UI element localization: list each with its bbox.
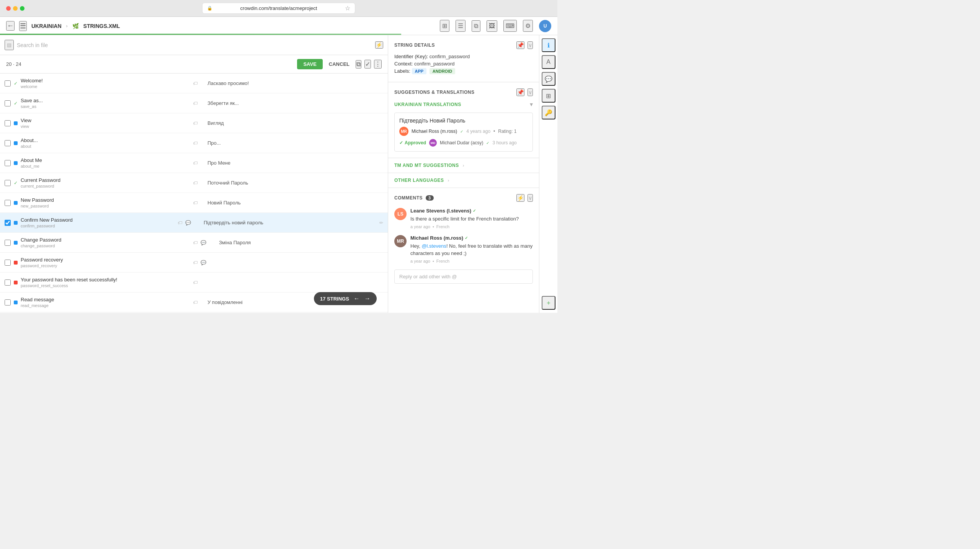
string-key: read_message xyxy=(21,303,54,308)
string-source: Read message read_message xyxy=(21,297,54,308)
lock-icon: 🔒 xyxy=(207,6,212,11)
string-source: View view xyxy=(21,118,31,129)
string-row[interactable]: Change Password change_password 🏷 💬 Змін… xyxy=(0,233,388,253)
sidebar-info-button[interactable]: ℹ xyxy=(542,38,555,52)
badge-prev-button[interactable]: ← xyxy=(354,295,360,302)
badge-next-button[interactable]: → xyxy=(364,295,371,302)
row-checkbox[interactable] xyxy=(5,220,11,226)
string-row-selected[interactable]: Confirm New Password confirm_password 🏷 … xyxy=(0,213,388,233)
string-source: New Password new_password xyxy=(21,197,54,208)
tag-icon[interactable]: 🏷 xyxy=(193,260,198,265)
row-checkbox[interactable] xyxy=(5,279,11,286)
expand-button[interactable]: ∨ xyxy=(528,41,533,49)
status-translated-badge xyxy=(14,221,18,225)
dot-yellow xyxy=(13,6,18,11)
sidebar-add-button[interactable]: ＋ xyxy=(542,296,555,310)
pin-button[interactable]: 📌 xyxy=(516,41,524,49)
string-row-right xyxy=(203,273,388,292)
collapse-button[interactable]: ▤ xyxy=(5,40,14,50)
string-row[interactable]: About... about 🏷 Про... xyxy=(0,133,388,153)
other-lang-header: OTHER LANGUAGES › xyxy=(394,178,533,183)
row-checkbox[interactable] xyxy=(5,200,11,206)
sidebar-translate-button[interactable]: A xyxy=(542,55,555,69)
string-row[interactable]: Your password has been reset successfull… xyxy=(0,273,388,292)
menu-button[interactable]: ☰ xyxy=(19,21,27,31)
bookmark-icon[interactable]: ☆ xyxy=(345,5,350,12)
string-row[interactable]: View view 🏷 Вигляд xyxy=(0,113,388,133)
back-button[interactable]: ← xyxy=(6,21,15,31)
search-input[interactable] xyxy=(17,42,372,48)
row-edit-actions: ✏ xyxy=(379,220,383,225)
tag-icon[interactable]: 🏷 xyxy=(178,220,182,225)
user-avatar[interactable]: U xyxy=(539,20,551,32)
copy-button[interactable]: ⧉ xyxy=(356,60,361,69)
settings-button[interactable]: ⚙ xyxy=(523,20,533,32)
string-row[interactable]: ✓ Current Password current_password 🏷 По… xyxy=(0,173,388,193)
label-android: ANDROID xyxy=(430,68,455,74)
cancel-button[interactable]: CANCEL xyxy=(326,59,353,69)
screenshot-button[interactable]: 🖼 xyxy=(487,20,497,32)
row-checkbox[interactable] xyxy=(5,100,11,106)
sidebar-grid-button[interactable]: ⊞ xyxy=(542,89,555,103)
row-checkbox[interactable] xyxy=(5,299,11,306)
suggestions-header: SUGGESTIONS & TRANSLATIONS 📌 ∨ xyxy=(394,88,533,96)
tag-icon: 🏷 xyxy=(193,200,198,206)
filter-button[interactable]: ⚡ xyxy=(375,41,383,49)
string-source: Confirm New Password confirm_password xyxy=(21,217,73,228)
layout-columns-button[interactable]: ⊞ xyxy=(440,20,449,32)
string-row-left: About Me about_me xyxy=(0,153,191,173)
string-row[interactable]: New Password new_password 🏷 Новий Пароль xyxy=(0,193,388,213)
string-row-middle: 🏷 xyxy=(191,312,203,313)
layout-list-button[interactable]: ☰ xyxy=(456,20,466,32)
save-button[interactable]: SAVE xyxy=(297,59,322,69)
identifier-detail: Identifier (Key): confirm_password xyxy=(394,54,533,59)
string-row[interactable]: ✓ Save as... save_as 🏷 Зберегти як... xyxy=(0,93,388,113)
string-row-middle: 🏷 xyxy=(191,93,203,113)
labels-detail: Labels: APP ANDROID xyxy=(394,68,533,74)
string-key: change_password xyxy=(21,243,61,248)
sidebar-comments-button[interactable]: 💬 xyxy=(542,72,555,86)
string-row[interactable]: About Me about_me 🏷 Про Мене xyxy=(0,153,388,173)
chevron-right-icon-lang: › xyxy=(448,178,449,183)
layout-split-button[interactable]: ⧉ xyxy=(472,20,480,32)
keyboard-button[interactable]: ⌨ xyxy=(503,20,517,32)
chevron-icon: › xyxy=(66,23,68,29)
expand-button-comments[interactable]: ∨ xyxy=(528,194,533,202)
row-checkbox[interactable] xyxy=(5,140,11,146)
pin-button-comments[interactable]: ⚡ xyxy=(516,194,524,202)
row-checkbox[interactable] xyxy=(5,260,11,266)
ukrainian-translations-toggle[interactable]: UKRAINIAN TRANSLATIONS ▾ xyxy=(394,101,533,108)
comment-icon[interactable]: 💬 xyxy=(201,260,206,265)
row-checkbox[interactable] xyxy=(5,180,11,186)
more-button[interactable]: ⋮ xyxy=(374,60,382,69)
row-checkbox[interactable] xyxy=(5,80,11,87)
comment-meta: a year ago • French xyxy=(410,224,533,229)
row-checkbox[interactable] xyxy=(5,160,11,166)
row-checkbox[interactable] xyxy=(5,240,11,246)
other-languages-section[interactable]: OTHER LANGUAGES › xyxy=(388,173,539,188)
expand-button[interactable]: ∨ xyxy=(528,88,533,96)
translation-text: Поточний Пароль xyxy=(207,180,248,186)
row-checkbox[interactable] xyxy=(5,120,11,126)
string-row-middle: 🏷 xyxy=(191,292,203,312)
status-red-badge xyxy=(14,261,18,265)
comment-icon[interactable]: 💬 xyxy=(185,220,191,225)
browser-url-bar[interactable]: 🔒 crowdin.com/translate/acmeproject ☆ xyxy=(202,3,355,14)
sidebar-key-button[interactable]: 🔑 xyxy=(542,106,555,119)
comment-content: Michael Ross (m.ross) ✓ Hey, @l.stevens!… xyxy=(410,235,533,263)
comment-meta: a year ago • French xyxy=(410,259,533,263)
app-bar-right: ⊞ ☰ ⧉ 🖼 ⌨ ⚙ U xyxy=(440,20,551,32)
edit-icon[interactable]: ✏ xyxy=(379,220,383,225)
tm-section[interactable]: TM AND MT SUGGESTIONS › xyxy=(388,158,539,173)
string-row[interactable]: Password recovery password_recovery 🏷 💬 xyxy=(0,253,388,273)
comment-reply-box[interactable]: Reply or add other with @ xyxy=(394,270,533,284)
tag-icon[interactable]: 🏷 xyxy=(193,240,198,245)
string-row[interactable]: Are you sure you want to delete this mes… xyxy=(0,312,388,313)
labels-label: Labels: xyxy=(394,68,410,74)
string-row[interactable]: ✓ Welcome! welcome 🏷 Ласкаво просимо! xyxy=(0,74,388,93)
comment-icon[interactable]: 💬 xyxy=(201,240,206,245)
tm-title: TM AND MT SUGGESTIONS xyxy=(394,163,459,168)
approve-button[interactable]: ✓ xyxy=(364,60,371,69)
pin-button[interactable]: 📌 xyxy=(516,88,524,96)
comment-separator2: • xyxy=(433,259,434,263)
